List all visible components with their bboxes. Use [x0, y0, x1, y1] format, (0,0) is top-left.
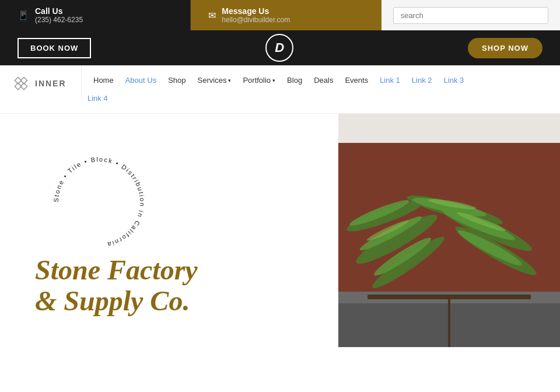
circular-text-container: Stone • Tile • Block • Distribution in C…	[35, 156, 163, 249]
phone-icon: 📱	[18, 10, 29, 21]
brand-line1: Stone Factory	[35, 254, 198, 285]
book-now-button[interactable]: BOOK NOW	[18, 38, 91, 58]
nav-item-home[interactable]: Home	[88, 71, 120, 89]
svg-text:Stone • Tile • Block • Distrib: Stone • Tile • Block • Distribution in C…	[52, 156, 146, 249]
search-section	[382, 0, 560, 30]
nav-item-blog[interactable]: Blog	[281, 71, 308, 89]
main-content: Stone • Tile • Block • Distribution in C…	[0, 114, 560, 347]
email-address: hello@divibuilder.com	[222, 16, 290, 24]
logo-icon	[12, 74, 30, 93]
phone-number: (235) 462-6235	[35, 16, 83, 24]
nav-item-portfolio[interactable]: Portfolio ▾	[237, 71, 281, 89]
hero-right	[338, 114, 560, 347]
nav-item-events[interactable]: Events	[339, 71, 374, 89]
nav-item-link3[interactable]: Link 3	[438, 71, 470, 89]
plant-image-area	[338, 143, 560, 347]
services-chevron: ▾	[228, 78, 231, 83]
top-bar: 📱 Call Us (235) 462-6235 ✉ Message Us he…	[0, 0, 560, 30]
call-info: Call Us (235) 462-6235	[35, 6, 83, 24]
nav-menu: Home About Us Shop Services ▾ Portfolio …	[88, 65, 496, 113]
email-icon: ✉	[208, 10, 216, 21]
portfolio-chevron: ▾	[272, 78, 275, 83]
call-section: 📱 Call Us (235) 462-6235	[0, 0, 191, 30]
nav-logo-text: INNER	[35, 79, 66, 88]
header-bar: BOOK NOW D SHOP NOW	[0, 30, 560, 65]
nav-item-link1[interactable]: Link 1	[374, 71, 406, 89]
nav-item-link2[interactable]: Link 2	[406, 71, 438, 89]
call-label: Call Us	[35, 6, 83, 16]
nav-item-link4[interactable]: Link 4	[88, 89, 496, 107]
brand-line2: & Supply Co.	[35, 285, 190, 316]
search-input[interactable]	[393, 7, 548, 24]
message-section: ✉ Message Us hello@divibuilder.com	[191, 0, 381, 30]
divi-logo: D	[265, 34, 293, 62]
nav-logo: INNER	[12, 65, 82, 102]
shop-now-button[interactable]: SHOP NOW	[468, 38, 542, 58]
circular-text-svg: Stone • Tile • Block • Distribution in C…	[35, 156, 163, 249]
nav-item-deals[interactable]: Deals	[308, 71, 339, 89]
hero-left: Stone • Tile • Block • Distribution in C…	[0, 114, 338, 347]
nav-item-services[interactable]: Services ▾	[192, 71, 237, 89]
message-label: Message Us	[222, 6, 290, 16]
brand-title: Stone Factory & Supply Co.	[35, 255, 198, 317]
plant-illustration	[338, 143, 560, 347]
message-info: Message Us hello@divibuilder.com	[222, 6, 290, 24]
nav-bar: INNER Home About Us Shop Services ▾ Port…	[0, 65, 560, 114]
nav-item-shop[interactable]: Shop	[162, 71, 191, 89]
nav-item-about[interactable]: About Us	[120, 71, 162, 89]
